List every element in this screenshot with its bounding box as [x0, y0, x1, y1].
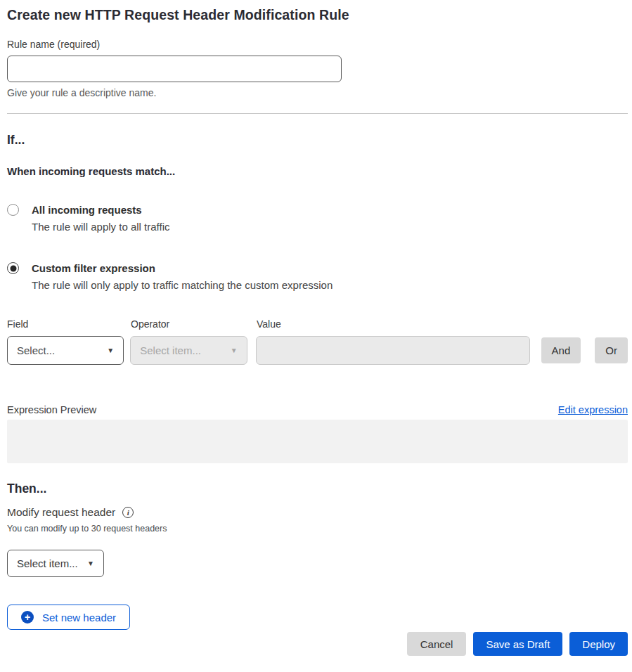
- expression-preview-label: Expression Preview: [7, 404, 96, 415]
- operator-select[interactable]: Select item... ▼: [130, 336, 247, 365]
- match-subheading: When incoming requests match...: [7, 164, 628, 178]
- radio-option-texts: Custom filter expression The rule will o…: [32, 261, 333, 293]
- field-label: Field: [7, 318, 131, 330]
- radio-desc-all-incoming: The rule will apply to all traffic: [32, 219, 169, 235]
- edit-expression-link[interactable]: Edit expression: [558, 404, 628, 415]
- rule-name-input[interactable]: [7, 56, 342, 82]
- set-new-header-label: Set new header: [42, 612, 116, 623]
- field-select-value: Select...: [17, 344, 55, 356]
- rule-name-help: Give your rule a descriptive name.: [7, 87, 628, 98]
- modify-header-row: Modify request header i: [7, 506, 628, 519]
- radio-checked-icon[interactable]: [7, 262, 19, 274]
- expression-preview-row: Expression Preview Edit expression: [7, 404, 628, 415]
- header-action-select-value: Select item...: [17, 557, 78, 569]
- footer-actions: Cancel Save as Draft Deploy: [7, 632, 628, 656]
- expression-preview-box: [7, 420, 628, 463]
- then-heading: Then...: [7, 481, 628, 496]
- value-label: Value: [257, 318, 281, 330]
- filter-labels-row: Field Operator Value: [7, 318, 628, 330]
- radio-desc-custom-filter: The rule will only apply to traffic matc…: [32, 278, 333, 293]
- value-input[interactable]: [256, 336, 530, 365]
- radio-option-all-incoming[interactable]: All incoming requests The rule will appl…: [7, 202, 628, 235]
- modify-header-help: You can modify up to 30 request headers: [7, 524, 628, 534]
- radio-option-custom-filter[interactable]: Custom filter expression The rule will o…: [7, 261, 628, 293]
- cancel-button[interactable]: Cancel: [407, 632, 467, 656]
- info-icon[interactable]: i: [122, 507, 134, 518]
- create-rule-form: Create new HTTP Request Header Modificat…: [0, 0, 632, 672]
- chevron-down-icon: ▼: [107, 347, 114, 354]
- if-heading: If...: [7, 132, 628, 148]
- and-button[interactable]: And: [541, 337, 581, 363]
- rule-name-label: Rule name (required): [7, 39, 628, 50]
- section-divider: [7, 113, 628, 114]
- save-as-draft-button[interactable]: Save as Draft: [473, 632, 562, 656]
- radio-label-custom-filter: Custom filter expression: [32, 261, 333, 276]
- radio-unchecked-icon[interactable]: [7, 204, 19, 216]
- plus-icon: +: [21, 611, 34, 623]
- modify-header-label: Modify request header: [7, 506, 115, 519]
- radio-option-texts: All incoming requests The rule will appl…: [32, 202, 169, 235]
- chevron-down-icon: ▼: [231, 347, 238, 354]
- operator-label: Operator: [131, 318, 257, 330]
- header-action-select[interactable]: Select item... ▼: [7, 550, 104, 577]
- set-new-header-button[interactable]: + Set new header: [7, 605, 130, 630]
- or-button[interactable]: Or: [595, 337, 628, 363]
- deploy-button[interactable]: Deploy: [569, 632, 628, 656]
- page-title: Create new HTTP Request Header Modificat…: [7, 6, 628, 23]
- radio-label-all-incoming: All incoming requests: [32, 202, 169, 217]
- chevron-down-icon: ▼: [87, 560, 94, 567]
- operator-select-value: Select item...: [140, 344, 201, 356]
- field-select[interactable]: Select... ▼: [7, 336, 124, 365]
- filter-controls-row: Select... ▼ Select item... ▼ And Or: [7, 336, 628, 365]
